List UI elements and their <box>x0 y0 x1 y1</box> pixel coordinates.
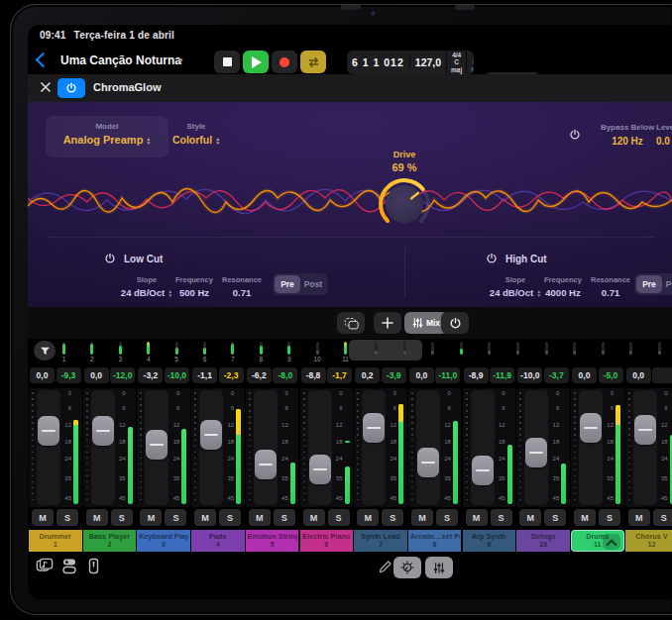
channel-gain-value[interactable]: -10,0 <box>517 367 542 383</box>
mute-button[interactable]: M <box>303 509 325 526</box>
connector-icon[interactable] <box>88 558 99 574</box>
overview-meter[interactable] <box>62 342 65 355</box>
mute-button[interactable]: M <box>411 509 433 526</box>
channel-gain-value[interactable]: -1,1 <box>192 367 217 383</box>
fader-track[interactable] <box>633 390 657 505</box>
fader-track[interactable] <box>37 390 60 505</box>
fader-track[interactable] <box>254 390 278 505</box>
overview-meter[interactable] <box>175 342 178 355</box>
play-button[interactable] <box>243 51 269 73</box>
solo-button[interactable]: S <box>436 509 458 526</box>
add-plugin-button[interactable] <box>374 312 401 334</box>
filter-button[interactable] <box>34 341 56 361</box>
track-name-tab[interactable]: Drummer 1 <box>29 530 82 552</box>
fader-track[interactable] <box>524 390 548 505</box>
mute-button[interactable]: M <box>249 509 271 526</box>
track-name-tab[interactable]: Arp Synth 9 <box>463 530 516 552</box>
solo-button[interactable]: S <box>111 509 133 526</box>
fader-track[interactable] <box>91 390 115 505</box>
overview-meter[interactable] <box>119 342 122 355</box>
solo-button[interactable]: S <box>491 509 512 526</box>
track-name-tab[interactable]: Chorus V 12 <box>625 530 672 552</box>
mixer-power-button[interactable] <box>441 312 469 334</box>
overview-window[interactable] <box>349 340 422 361</box>
solo-button[interactable]: S <box>165 509 186 526</box>
fader-cap[interactable] <box>200 420 222 450</box>
high-cut-power-icon[interactable] <box>486 253 498 264</box>
overview-meter[interactable] <box>629 342 632 355</box>
mute-button[interactable]: M <box>32 509 54 526</box>
overview-meter[interactable] <box>316 342 319 355</box>
channel-gain-value[interactable]: 0,0 <box>30 367 55 383</box>
chevron-down-icon[interactable]: ▾ <box>178 55 183 65</box>
solo-button[interactable]: S <box>56 509 78 526</box>
channel-gain-value[interactable]: -3,2 <box>138 367 163 383</box>
mute-button[interactable]: M <box>86 509 108 526</box>
model-picker[interactable]: Model Analog Preamp▲▼ <box>46 116 168 157</box>
mute-button[interactable]: M <box>140 509 162 526</box>
mute-button[interactable]: M <box>194 509 216 526</box>
track-name-tab[interactable]: Emotion Strings 5 <box>246 530 299 552</box>
low-cut-resonance-value[interactable]: 0.71 <box>214 287 270 298</box>
channel-gain-value[interactable]: 0,0 <box>626 367 651 383</box>
post-button[interactable]: Post <box>662 275 672 293</box>
overview-meter[interactable] <box>375 342 378 355</box>
cycle-region-button[interactable] <box>337 312 365 334</box>
drive-knob[interactable] <box>375 174 434 234</box>
fader-track[interactable] <box>308 390 332 505</box>
fader-cap[interactable] <box>580 413 602 443</box>
collapse-chevron-up-button[interactable] <box>603 534 620 550</box>
solo-button[interactable]: S <box>219 509 241 526</box>
pre-button[interactable]: Pre <box>636 275 662 293</box>
controls-view-button[interactable] <box>393 557 421 578</box>
solo-button[interactable]: S <box>653 509 672 526</box>
mixer-view-button[interactable] <box>425 557 453 578</box>
overview-meter[interactable] <box>90 342 93 355</box>
cycle-button[interactable] <box>300 51 326 73</box>
plugins-stack-icon[interactable] <box>61 558 77 574</box>
fader-cap[interactable] <box>92 416 114 446</box>
overview-meter[interactable] <box>431 342 434 355</box>
channel-gain-value[interactable]: -8,9 <box>464 367 489 383</box>
fader-track[interactable] <box>145 390 168 505</box>
overview-meter[interactable] <box>573 342 576 355</box>
overview-meter[interactable] <box>516 342 519 355</box>
fader-cap[interactable] <box>472 456 494 485</box>
stop-button[interactable] <box>214 51 240 73</box>
post-button[interactable]: Post <box>300 275 326 293</box>
plugin-power-button[interactable] <box>57 78 85 98</box>
overview-meter[interactable] <box>602 342 605 355</box>
fader-track[interactable] <box>199 390 223 505</box>
overview-meter[interactable] <box>403 342 406 355</box>
track-name-tab[interactable]: Drums 11 <box>571 530 624 552</box>
fader-cap[interactable] <box>363 413 385 443</box>
overview-meter[interactable] <box>287 342 290 355</box>
project-title[interactable]: Uma Canção Noturna <box>60 53 181 67</box>
low-cut-power-icon[interactable] <box>104 253 116 264</box>
track-name-tab[interactable]: Pads 4 <box>191 530 245 552</box>
channel-gain-value[interactable]: 0,0 <box>572 367 597 383</box>
overview-meter[interactable] <box>203 342 206 355</box>
pencil-icon[interactable] <box>378 560 392 574</box>
high-cut-resonance-value[interactable]: 0.71 <box>583 287 638 298</box>
fader-cap[interactable] <box>634 415 656 445</box>
fader-track[interactable] <box>416 390 440 505</box>
overview-meter[interactable] <box>231 342 234 355</box>
overview-meter[interactable] <box>460 342 463 355</box>
overview-meter[interactable] <box>260 342 263 355</box>
solo-button[interactable]: S <box>599 509 620 526</box>
fader-cap[interactable] <box>417 448 439 477</box>
channel-gain-value[interactable]: -8,8 <box>301 367 326 383</box>
fader-cap[interactable] <box>146 430 168 460</box>
bypass-power-icon[interactable] <box>569 129 581 141</box>
fader-cap[interactable] <box>38 416 59 446</box>
overview-meter[interactable] <box>488 342 491 355</box>
channel-gain-value[interactable]: 0,2 <box>355 367 380 383</box>
overview-meter[interactable] <box>658 342 661 355</box>
solo-button[interactable]: S <box>544 509 566 526</box>
close-icon[interactable] <box>40 81 52 93</box>
mute-button[interactable]: M <box>574 509 596 526</box>
overview-meter[interactable] <box>344 342 347 355</box>
solo-button[interactable]: S <box>328 509 350 526</box>
mute-button[interactable]: M <box>466 509 488 526</box>
